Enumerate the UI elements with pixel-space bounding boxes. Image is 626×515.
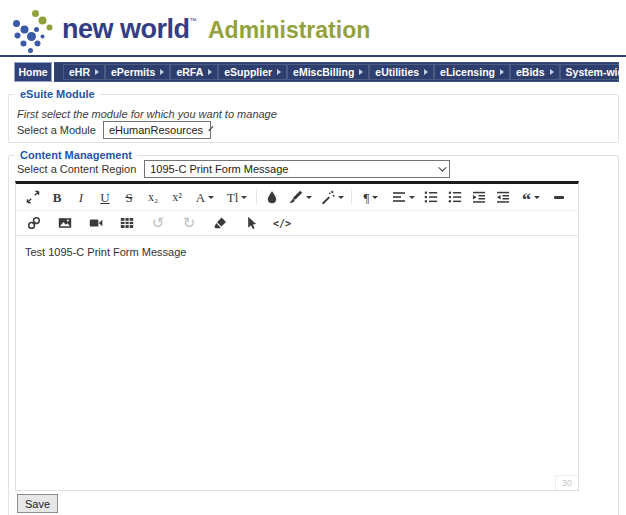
italic-icon: I	[79, 191, 83, 204]
bold-button[interactable]: B	[45, 186, 69, 208]
insert-table-button[interactable]	[114, 212, 140, 234]
trademark-mark: ™	[190, 17, 197, 24]
subscript-icon: x₂	[148, 191, 158, 203]
region-select-label: Select a Content Region	[17, 163, 136, 175]
horizontal-rule-button[interactable]	[547, 186, 571, 208]
submenu-arrow-icon	[424, 69, 428, 75]
subscript-button[interactable]: x₂	[141, 186, 165, 208]
module-select[interactable]: eHumanResources	[103, 121, 211, 139]
editor-toolbar-row-1: B I U S x₂ x² A	[16, 184, 578, 210]
page-title: Administration	[208, 17, 370, 43]
character-count: 30	[555, 475, 578, 490]
submenu-arrow-icon	[277, 69, 281, 75]
font-family-button[interactable]: A	[189, 186, 221, 208]
unordered-list-icon	[448, 190, 462, 204]
submenu-arrow-icon	[550, 69, 554, 75]
text-color-button[interactable]	[260, 186, 284, 208]
new-world-logo-icon	[12, 10, 54, 54]
module-select-row: Select a Module eHumanResources	[17, 121, 211, 139]
insert-video-button[interactable]	[83, 212, 109, 234]
chevron-down-icon	[241, 196, 247, 199]
save-button[interactable]: Save	[17, 494, 58, 513]
submenu-arrow-icon	[208, 69, 212, 75]
superscript-icon: x²	[172, 191, 182, 203]
nav-item-label: eRFA	[176, 66, 203, 78]
toolbar-separator	[351, 189, 352, 205]
submenu-arrow-icon	[160, 69, 164, 75]
chevron-down-icon	[372, 196, 378, 199]
font-size-button[interactable]: Tl	[221, 186, 253, 208]
inline-style-button[interactable]	[284, 186, 316, 208]
fullscreen-button[interactable]	[21, 186, 45, 208]
ordered-list-icon	[424, 190, 438, 204]
nav-item-eutilities[interactable]: eUtilities	[369, 64, 434, 80]
submenu-arrow-icon	[500, 69, 504, 75]
nav-item-erfa[interactable]: eRFA	[170, 64, 218, 80]
brand-text: new world™ Administration	[62, 14, 370, 45]
content-region-value: 1095-C Print Form Message	[150, 163, 288, 175]
chevron-down-icon	[208, 196, 214, 199]
nav-item-label: eUtilities	[375, 66, 419, 78]
bold-icon: B	[53, 191, 62, 204]
nav-item-label: ePermits	[111, 66, 155, 78]
redo-button[interactable]: ↻	[176, 212, 202, 234]
logo-dots-green	[32, 10, 39, 17]
toolbar-separator	[256, 189, 257, 205]
nav-item-system-wide-settings[interactable]: System-wide Settings	[560, 64, 626, 80]
select-all-button[interactable]	[238, 212, 264, 234]
nav-item-home[interactable]: Home	[14, 62, 52, 82]
nav-item-elicensing[interactable]: eLicensing	[434, 64, 510, 80]
chevron-down-icon	[409, 196, 415, 199]
indent-icon	[472, 190, 486, 204]
align-button[interactable]	[387, 186, 419, 208]
font-family-icon: A	[196, 191, 205, 204]
quote-button[interactable]: “	[515, 186, 547, 208]
content-management-section: Content Management Select a Content Regi…	[8, 155, 619, 515]
editor-content-area[interactable]: Test 1095-C Print Form Message 30	[16, 236, 578, 490]
align-left-icon	[392, 190, 406, 204]
italic-button[interactable]: I	[69, 186, 93, 208]
brush-icon	[289, 190, 303, 204]
nav-item-ebids[interactable]: eBids	[510, 64, 560, 80]
region-select-row: Select a Content Region 1095-C Print For…	[17, 160, 450, 178]
section-legend: eSuite Module	[15, 88, 100, 100]
underline-button[interactable]: U	[93, 186, 117, 208]
nav-item-label: Home	[18, 66, 47, 78]
esuite-module-section: eSuite Module First select the module fo…	[8, 94, 619, 143]
clear-formatting-button[interactable]	[207, 212, 233, 234]
insert-link-button[interactable]	[21, 212, 47, 234]
unordered-list-button[interactable]	[443, 186, 467, 208]
content-region-select[interactable]: 1095-C Print Form Message	[144, 160, 450, 178]
undo-button[interactable]: ↺	[145, 212, 171, 234]
eraser-icon	[213, 216, 227, 230]
insert-image-button[interactable]	[52, 212, 78, 234]
chevron-down-icon	[306, 196, 312, 199]
indent-button[interactable]	[467, 186, 491, 208]
paragraph-style-button[interactable]	[316, 186, 348, 208]
code-view-icon: </>	[273, 218, 291, 229]
code-view-button[interactable]: </>	[269, 212, 295, 234]
video-camera-icon	[89, 216, 103, 230]
nav-item-epermits[interactable]: ePermits	[105, 64, 170, 80]
nav-item-ehr[interactable]: eHR	[63, 64, 105, 80]
chevron-down-icon	[438, 163, 446, 171]
color-droplet-icon	[265, 190, 279, 204]
submenu-arrow-icon	[95, 69, 99, 75]
ordered-list-button[interactable]	[419, 186, 443, 208]
module-select-label: Select a Module	[17, 124, 96, 136]
editor-content-text: Test 1095-C Print Form Message	[16, 236, 578, 268]
outdent-button[interactable]	[491, 186, 515, 208]
nav-item-esupplier[interactable]: eSupplier	[218, 64, 287, 80]
nav-item-label: eLicensing	[440, 66, 495, 78]
paragraph-format-button[interactable]: ¶	[355, 186, 387, 208]
strikethrough-button[interactable]: S	[117, 186, 141, 208]
nav-item-emiscbilling[interactable]: eMiscBilling	[287, 64, 369, 80]
nav-item-label: eHR	[69, 66, 90, 78]
magic-wand-icon	[321, 190, 335, 204]
outdent-icon	[496, 190, 510, 204]
brand-name: new world	[62, 14, 190, 44]
paragraph-icon: ¶	[364, 191, 370, 204]
nav-item-label: eSupplier	[224, 66, 272, 78]
superscript-button[interactable]: x²	[165, 186, 189, 208]
admin-page: new world™ Administration Home eHR ePerm…	[0, 0, 626, 515]
